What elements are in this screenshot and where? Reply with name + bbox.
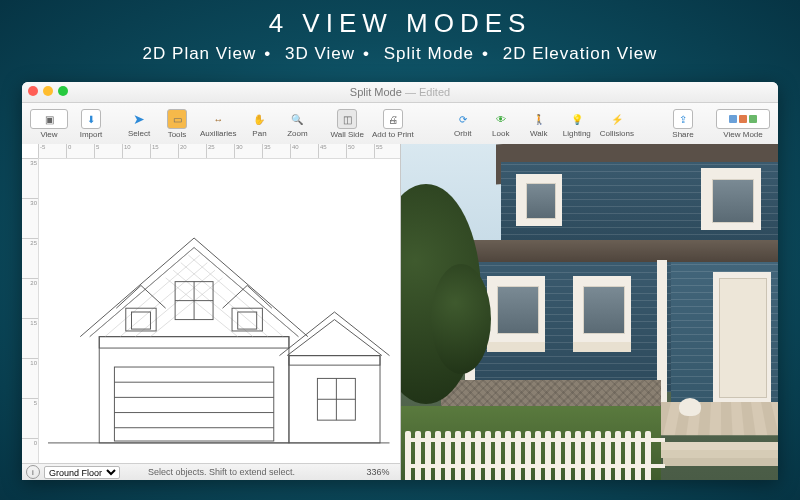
- svg-rect-7: [99, 337, 289, 348]
- toolbar: ▣View ⬇Import ➤Select ▭Tools ↔Auxiliarie…: [22, 103, 778, 146]
- planter-pot: [679, 398, 701, 416]
- elevation-2d-pane[interactable]: -50510152025303540455055 35302520151050: [22, 144, 401, 480]
- auxiliaries-button[interactable]: ↔Auxiliaries: [196, 104, 240, 144]
- elevation-canvas[interactable]: [38, 158, 400, 464]
- picket-fence: [405, 424, 665, 480]
- svg-rect-1: [99, 337, 289, 443]
- import-button[interactable]: ⬇Import: [72, 104, 110, 144]
- render-3d-pane[interactable]: [401, 144, 779, 480]
- promo-subtitle: 2D Plan View• 3D View• Split Mode• 2D El…: [0, 44, 800, 64]
- svg-rect-22: [289, 356, 380, 365]
- ruler-horizontal: -50510152025303540455055: [38, 144, 400, 159]
- zoom-level[interactable]: 336%: [366, 467, 389, 477]
- floor-selector[interactable]: Ground Floor: [44, 466, 120, 479]
- look-button[interactable]: 👁Look: [482, 104, 520, 144]
- view-button[interactable]: ▣View: [26, 104, 72, 144]
- ruler-vertical: 35302520151050: [22, 158, 39, 464]
- house-elevation-drawing: [48, 168, 390, 456]
- share-button[interactable]: ⇪Share: [664, 104, 702, 144]
- status-hint: Select objects. Shift to extend select.: [148, 467, 295, 477]
- collisions-button[interactable]: ⚡Collisions: [596, 104, 638, 144]
- house-3d-scene: [401, 144, 779, 480]
- svg-rect-2: [114, 367, 273, 441]
- titlebar: Split Mode — Edited: [22, 82, 778, 103]
- tools-button[interactable]: ▭Tools: [158, 104, 196, 144]
- orbit-button[interactable]: ⟳Orbit: [444, 104, 482, 144]
- svg-line-17: [166, 278, 238, 337]
- svg-line-8: [90, 247, 194, 336]
- svg-line-12: [150, 278, 222, 337]
- status-bar: i Ground Floor 336% Select objects. Shif…: [22, 463, 400, 480]
- view-mode-button[interactable]: View Mode: [712, 104, 774, 144]
- zoom-button[interactable]: 🔍Zoom: [278, 104, 316, 144]
- app-window: Split Mode — Edited ▣View ⬇Import ➤Selec…: [22, 82, 778, 480]
- walk-button[interactable]: 🚶Walk: [520, 104, 558, 144]
- info-icon: i: [26, 465, 40, 479]
- promo-title: 4 VIEW MODES: [0, 8, 800, 39]
- window-title: Split Mode — Edited: [22, 82, 778, 102]
- svg-line-13: [194, 247, 298, 336]
- wall-side-button[interactable]: ◫Wall Side: [326, 104, 368, 144]
- add-to-print-button[interactable]: 🖨Add to Print: [368, 104, 418, 144]
- select-button[interactable]: ➤Select: [120, 104, 158, 144]
- pan-button[interactable]: ✋Pan: [240, 104, 278, 144]
- lighting-button[interactable]: 💡Lighting: [558, 104, 596, 144]
